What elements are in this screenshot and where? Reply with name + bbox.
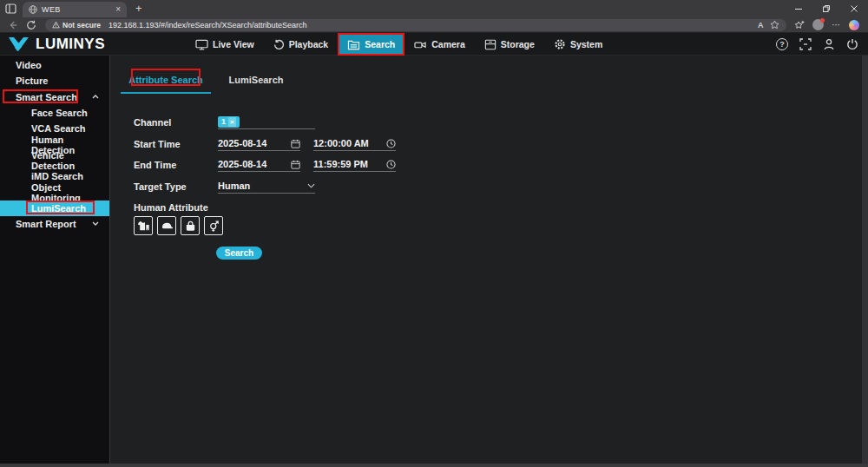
sidebar-item-smart-report[interactable]: Smart Report (0, 216, 109, 232)
content-tabs: Attribute Search LumiSearch (121, 66, 301, 94)
new-tab-icon[interactable]: + (135, 3, 142, 14)
calendar-icon[interactable] (291, 139, 300, 148)
chevron-up-icon (92, 95, 99, 99)
tag-close-icon[interactable]: × (228, 117, 236, 127)
nav-live-view[interactable]: Live View (186, 33, 264, 56)
end-clock-field[interactable]: 11:59:59 PM (313, 157, 396, 172)
horizontal-scrollbar[interactable] (0, 464, 868, 467)
human-attribute-label: Human Attribute (134, 202, 208, 213)
help-icon[interactable]: ? (776, 38, 788, 50)
target-type-label: Target Type (134, 181, 187, 192)
browser-url-row: Not secure 192.168.1.193/#/index/reSearc… (0, 17, 868, 33)
copilot-icon[interactable] (849, 20, 859, 30)
tab-actions-icon[interactable] (4, 3, 17, 15)
tab-close-icon[interactable]: × (115, 5, 121, 14)
favorite-star-icon[interactable] (770, 20, 779, 30)
monitor-icon (195, 39, 208, 50)
warning-icon (52, 21, 60, 29)
search-button[interactable]: Search (216, 247, 262, 260)
profile-avatar[interactable] (812, 19, 824, 30)
sidebar: Video Picture Smart Search Face Search V… (0, 56, 110, 467)
gender-icon[interactable] (204, 216, 223, 235)
tab-attribute-search[interactable]: Attribute Search (121, 66, 211, 94)
app-header: LUMINYS Live View Playback Search C (0, 33, 868, 56)
window-close-icon[interactable] (840, 0, 868, 17)
bag-icon[interactable] (181, 216, 200, 235)
end-time-label: End Time (134, 160, 176, 170)
vertical-scrollbar[interactable] (862, 56, 868, 464)
brand-text: LUMINYS (36, 36, 105, 53)
playback-icon (273, 39, 285, 50)
channel-tag[interactable]: 1 × (218, 116, 240, 128)
cap-icon[interactable] (157, 216, 176, 235)
clock-icon[interactable] (386, 160, 396, 169)
header-right-icons: ? (776, 33, 858, 56)
chevron-down-icon (92, 221, 99, 226)
attribute-buttons (134, 216, 223, 235)
tab-title: WEB (42, 5, 115, 14)
nav-system[interactable]: System (544, 33, 612, 56)
clothes-icon[interactable] (134, 216, 153, 235)
url-text[interactable]: 192.168.1.193/#/index/reSearch/XSearch/a… (108, 21, 751, 30)
channel-label: Channel (134, 117, 171, 128)
collections-star-icon[interactable] (794, 20, 805, 30)
fullscreen-icon[interactable] (799, 38, 812, 50)
start-date-field[interactable]: 2025-08-14 (218, 136, 300, 151)
browser-menu-icon[interactable]: ⋯ (832, 20, 841, 30)
main-content: Attribute Search LumiSearch Channel 1 × … (111, 56, 868, 467)
power-icon[interactable] (846, 38, 858, 50)
sidebar-item-lumisearch[interactable]: LumiSearch (0, 201, 109, 216)
window-restore-icon[interactable] (812, 0, 840, 17)
start-time-label: Start Time (134, 139, 181, 149)
channel-field[interactable]: 1 × (218, 115, 315, 129)
font-size-icon[interactable]: A (758, 21, 764, 30)
camera-icon (414, 39, 427, 50)
nav-storage[interactable]: Storage (475, 33, 544, 56)
system-gear-icon (554, 38, 566, 50)
storage-icon (484, 39, 496, 50)
chevron-down-icon (307, 183, 315, 188)
nav-camera[interactable]: Camera (404, 33, 475, 56)
refresh-icon[interactable] (26, 20, 36, 30)
globe-favicon-icon (29, 5, 37, 14)
target-type-select[interactable]: Human (218, 179, 315, 194)
sidebar-item-smart-search[interactable]: Smart Search (0, 89, 109, 105)
clock-icon[interactable] (386, 139, 396, 148)
browser-tab-strip: WEB × + (0, 0, 868, 17)
url-bar[interactable]: Not secure 192.168.1.193/#/index/reSearc… (45, 19, 786, 31)
sidebar-item-picture[interactable]: Picture (0, 73, 109, 89)
start-clock-field[interactable]: 12:00:00 AM (313, 136, 396, 151)
sidebar-item-object-monitoring[interactable]: Object Monitoring (0, 184, 109, 200)
luminys-logo-icon (7, 36, 30, 53)
browser-tab[interactable]: WEB × (23, 2, 127, 17)
nav-search[interactable]: Search (338, 33, 404, 56)
back-icon[interactable] (8, 20, 18, 30)
main-nav: Live View Playback Search Camera Stor (186, 33, 612, 56)
sidebar-item-vehicle-detection[interactable]: Vehicle Detection (0, 153, 109, 168)
tab-lumisearch[interactable]: LumiSearch (211, 66, 301, 94)
luminys-logo: LUMINYS (7, 33, 105, 56)
window-minimize-icon[interactable] (785, 0, 812, 17)
sidebar-item-face-search[interactable]: Face Search (0, 105, 109, 121)
sidebar-item-video[interactable]: Video (0, 57, 109, 73)
search-folder-icon (347, 39, 360, 50)
end-date-field[interactable]: 2025-08-14 (218, 157, 300, 172)
user-icon[interactable] (823, 38, 835, 50)
calendar-icon[interactable] (291, 160, 300, 169)
not-secure-badge[interactable]: Not secure (52, 21, 101, 30)
nav-playback[interactable]: Playback (264, 33, 339, 56)
